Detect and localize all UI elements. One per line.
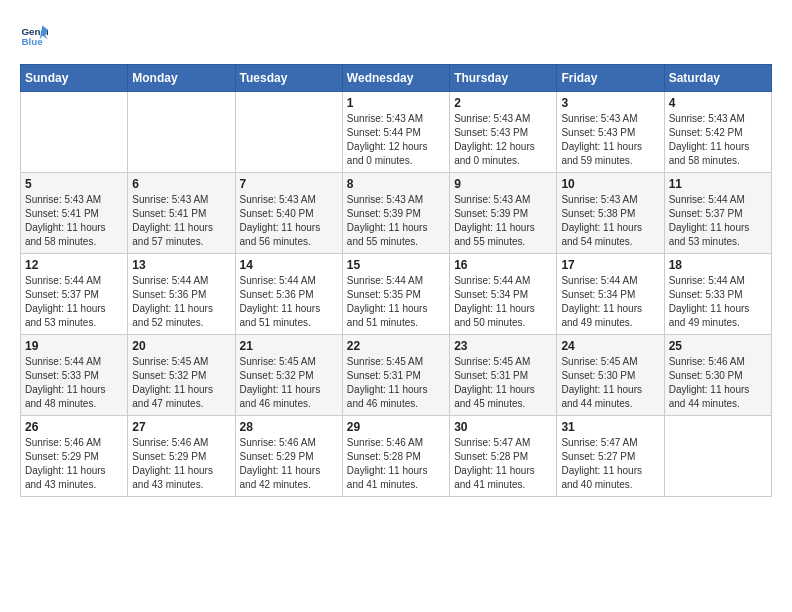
calendar-cell: 7Sunrise: 5:43 AM Sunset: 5:40 PM Daylig… (235, 173, 342, 254)
day-number: 24 (561, 339, 659, 353)
day-number: 21 (240, 339, 338, 353)
calendar-cell: 22Sunrise: 5:45 AM Sunset: 5:31 PM Dayli… (342, 335, 449, 416)
day-info: Sunrise: 5:43 AM Sunset: 5:42 PM Dayligh… (669, 112, 767, 168)
day-number: 31 (561, 420, 659, 434)
calendar-cell: 24Sunrise: 5:45 AM Sunset: 5:30 PM Dayli… (557, 335, 664, 416)
calendar-header-row: SundayMondayTuesdayWednesdayThursdayFrid… (21, 65, 772, 92)
calendar-cell: 14Sunrise: 5:44 AM Sunset: 5:36 PM Dayli… (235, 254, 342, 335)
calendar-cell: 18Sunrise: 5:44 AM Sunset: 5:33 PM Dayli… (664, 254, 771, 335)
calendar-week-4: 19Sunrise: 5:44 AM Sunset: 5:33 PM Dayli… (21, 335, 772, 416)
day-info: Sunrise: 5:46 AM Sunset: 5:29 PM Dayligh… (240, 436, 338, 492)
calendar-cell (21, 92, 128, 173)
calendar-cell: 25Sunrise: 5:46 AM Sunset: 5:30 PM Dayli… (664, 335, 771, 416)
logo: General Blue (20, 20, 52, 48)
day-info: Sunrise: 5:43 AM Sunset: 5:43 PM Dayligh… (561, 112, 659, 168)
calendar-cell: 9Sunrise: 5:43 AM Sunset: 5:39 PM Daylig… (450, 173, 557, 254)
day-number: 20 (132, 339, 230, 353)
calendar-cell (128, 92, 235, 173)
day-number: 27 (132, 420, 230, 434)
calendar-cell (235, 92, 342, 173)
day-info: Sunrise: 5:47 AM Sunset: 5:27 PM Dayligh… (561, 436, 659, 492)
calendar-cell: 8Sunrise: 5:43 AM Sunset: 5:39 PM Daylig… (342, 173, 449, 254)
day-number: 22 (347, 339, 445, 353)
calendar-cell: 10Sunrise: 5:43 AM Sunset: 5:38 PM Dayli… (557, 173, 664, 254)
day-number: 13 (132, 258, 230, 272)
weekday-header-wednesday: Wednesday (342, 65, 449, 92)
day-number: 7 (240, 177, 338, 191)
page-header: General Blue (20, 20, 772, 48)
day-info: Sunrise: 5:44 AM Sunset: 5:37 PM Dayligh… (669, 193, 767, 249)
day-info: Sunrise: 5:44 AM Sunset: 5:36 PM Dayligh… (240, 274, 338, 330)
day-info: Sunrise: 5:44 AM Sunset: 5:33 PM Dayligh… (25, 355, 123, 411)
svg-text:Blue: Blue (21, 36, 43, 47)
day-info: Sunrise: 5:45 AM Sunset: 5:31 PM Dayligh… (454, 355, 552, 411)
day-number: 29 (347, 420, 445, 434)
calendar-cell: 1Sunrise: 5:43 AM Sunset: 5:44 PM Daylig… (342, 92, 449, 173)
day-info: Sunrise: 5:44 AM Sunset: 5:37 PM Dayligh… (25, 274, 123, 330)
day-info: Sunrise: 5:43 AM Sunset: 5:41 PM Dayligh… (132, 193, 230, 249)
day-number: 15 (347, 258, 445, 272)
weekday-header-saturday: Saturday (664, 65, 771, 92)
calendar-cell: 2Sunrise: 5:43 AM Sunset: 5:43 PM Daylig… (450, 92, 557, 173)
weekday-header-tuesday: Tuesday (235, 65, 342, 92)
day-number: 25 (669, 339, 767, 353)
day-number: 17 (561, 258, 659, 272)
day-info: Sunrise: 5:46 AM Sunset: 5:30 PM Dayligh… (669, 355, 767, 411)
calendar-cell: 5Sunrise: 5:43 AM Sunset: 5:41 PM Daylig… (21, 173, 128, 254)
day-number: 5 (25, 177, 123, 191)
day-info: Sunrise: 5:46 AM Sunset: 5:28 PM Dayligh… (347, 436, 445, 492)
calendar-cell: 6Sunrise: 5:43 AM Sunset: 5:41 PM Daylig… (128, 173, 235, 254)
calendar-cell: 30Sunrise: 5:47 AM Sunset: 5:28 PM Dayli… (450, 416, 557, 497)
calendar-cell: 4Sunrise: 5:43 AM Sunset: 5:42 PM Daylig… (664, 92, 771, 173)
day-number: 2 (454, 96, 552, 110)
day-info: Sunrise: 5:43 AM Sunset: 5:41 PM Dayligh… (25, 193, 123, 249)
day-number: 28 (240, 420, 338, 434)
day-info: Sunrise: 5:44 AM Sunset: 5:34 PM Dayligh… (454, 274, 552, 330)
calendar-cell: 29Sunrise: 5:46 AM Sunset: 5:28 PM Dayli… (342, 416, 449, 497)
calendar-cell: 3Sunrise: 5:43 AM Sunset: 5:43 PM Daylig… (557, 92, 664, 173)
day-number: 4 (669, 96, 767, 110)
weekday-header-thursday: Thursday (450, 65, 557, 92)
calendar-cell: 27Sunrise: 5:46 AM Sunset: 5:29 PM Dayli… (128, 416, 235, 497)
day-info: Sunrise: 5:44 AM Sunset: 5:34 PM Dayligh… (561, 274, 659, 330)
day-info: Sunrise: 5:43 AM Sunset: 5:40 PM Dayligh… (240, 193, 338, 249)
calendar-week-2: 5Sunrise: 5:43 AM Sunset: 5:41 PM Daylig… (21, 173, 772, 254)
day-number: 23 (454, 339, 552, 353)
calendar-cell: 20Sunrise: 5:45 AM Sunset: 5:32 PM Dayli… (128, 335, 235, 416)
day-number: 6 (132, 177, 230, 191)
day-number: 8 (347, 177, 445, 191)
day-number: 11 (669, 177, 767, 191)
calendar-cell: 13Sunrise: 5:44 AM Sunset: 5:36 PM Dayli… (128, 254, 235, 335)
calendar-table: SundayMondayTuesdayWednesdayThursdayFrid… (20, 64, 772, 497)
weekday-header-friday: Friday (557, 65, 664, 92)
day-number: 19 (25, 339, 123, 353)
logo-icon: General Blue (20, 20, 48, 48)
calendar-cell: 21Sunrise: 5:45 AM Sunset: 5:32 PM Dayli… (235, 335, 342, 416)
day-info: Sunrise: 5:45 AM Sunset: 5:32 PM Dayligh… (240, 355, 338, 411)
day-info: Sunrise: 5:45 AM Sunset: 5:30 PM Dayligh… (561, 355, 659, 411)
day-info: Sunrise: 5:45 AM Sunset: 5:32 PM Dayligh… (132, 355, 230, 411)
calendar-cell: 31Sunrise: 5:47 AM Sunset: 5:27 PM Dayli… (557, 416, 664, 497)
calendar-cell: 19Sunrise: 5:44 AM Sunset: 5:33 PM Dayli… (21, 335, 128, 416)
day-info: Sunrise: 5:47 AM Sunset: 5:28 PM Dayligh… (454, 436, 552, 492)
day-info: Sunrise: 5:43 AM Sunset: 5:44 PM Dayligh… (347, 112, 445, 168)
day-number: 9 (454, 177, 552, 191)
day-number: 1 (347, 96, 445, 110)
day-number: 18 (669, 258, 767, 272)
day-info: Sunrise: 5:43 AM Sunset: 5:38 PM Dayligh… (561, 193, 659, 249)
calendar-cell: 15Sunrise: 5:44 AM Sunset: 5:35 PM Dayli… (342, 254, 449, 335)
day-info: Sunrise: 5:43 AM Sunset: 5:39 PM Dayligh… (347, 193, 445, 249)
day-number: 3 (561, 96, 659, 110)
day-info: Sunrise: 5:46 AM Sunset: 5:29 PM Dayligh… (132, 436, 230, 492)
calendar-cell (664, 416, 771, 497)
calendar-week-1: 1Sunrise: 5:43 AM Sunset: 5:44 PM Daylig… (21, 92, 772, 173)
calendar-week-3: 12Sunrise: 5:44 AM Sunset: 5:37 PM Dayli… (21, 254, 772, 335)
calendar-cell: 26Sunrise: 5:46 AM Sunset: 5:29 PM Dayli… (21, 416, 128, 497)
calendar-cell: 16Sunrise: 5:44 AM Sunset: 5:34 PM Dayli… (450, 254, 557, 335)
calendar-week-5: 26Sunrise: 5:46 AM Sunset: 5:29 PM Dayli… (21, 416, 772, 497)
day-info: Sunrise: 5:43 AM Sunset: 5:43 PM Dayligh… (454, 112, 552, 168)
calendar-cell: 12Sunrise: 5:44 AM Sunset: 5:37 PM Dayli… (21, 254, 128, 335)
day-number: 12 (25, 258, 123, 272)
calendar-cell: 17Sunrise: 5:44 AM Sunset: 5:34 PM Dayli… (557, 254, 664, 335)
day-number: 26 (25, 420, 123, 434)
